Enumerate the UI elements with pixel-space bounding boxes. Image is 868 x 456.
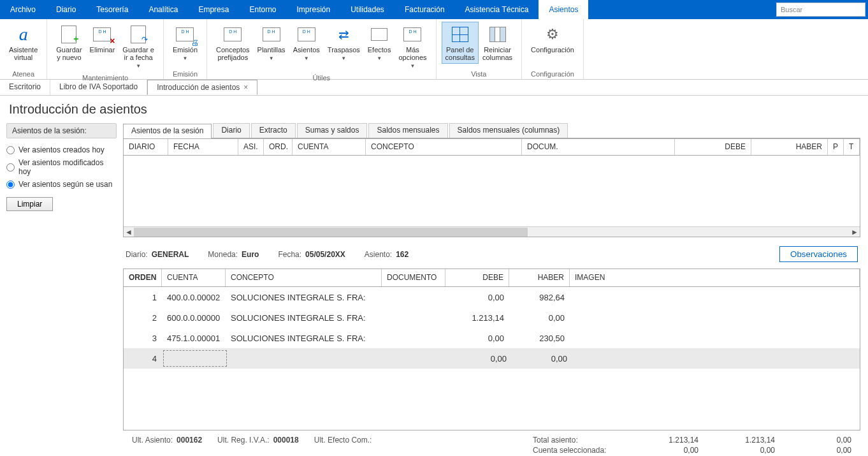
ribbon-group-label: Configuración bbox=[531, 69, 574, 78]
grid1-col-concepto[interactable]: CONCEPTO bbox=[366, 139, 522, 155]
filter-option-0[interactable]: Ver asientos creados hoy bbox=[6, 143, 117, 156]
menu-impresión[interactable]: Impresión bbox=[286, 0, 340, 19]
session-grid-body[interactable] bbox=[124, 156, 860, 226]
filter-radio-1[interactable] bbox=[6, 163, 15, 172]
ribbon-group-label: Atenea bbox=[12, 69, 34, 78]
cell-orden[interactable]: 4 bbox=[124, 351, 162, 366]
fecha-label: Fecha: bbox=[278, 250, 301, 259]
grid1-col-debe[interactable]: DEBE bbox=[675, 139, 751, 155]
scroll-left-icon[interactable]: ◄ bbox=[124, 228, 134, 237]
grid1-col-cuenta[interactable]: CUENTA bbox=[293, 139, 366, 155]
configuracion-label: Configuración bbox=[531, 46, 574, 54]
traspasos-button[interactable]: ⇄Traspasos▼ bbox=[324, 22, 364, 65]
guardar-nuevo-button[interactable]: +Guardary nuevo bbox=[52, 22, 85, 64]
scroll-track[interactable] bbox=[134, 228, 850, 237]
menu-utilidades[interactable]: Utilidades bbox=[340, 0, 394, 19]
table-row[interactable]: 1400.0.0.00002SOLUCIONES INTEGRALE S. FR… bbox=[124, 287, 860, 307]
grid1-col-diario[interactable]: DIARIO bbox=[124, 139, 168, 155]
col-haber[interactable]: HABER bbox=[509, 269, 570, 286]
asientos-button[interactable]: D HAsientos▼ bbox=[289, 22, 324, 65]
menu-tesorería[interactable]: Tesorería bbox=[86, 0, 138, 19]
grid1-col-haber[interactable]: HABER bbox=[751, 139, 828, 155]
cell-documento[interactable] bbox=[384, 356, 448, 361]
col-imagen[interactable]: IMAGEN bbox=[570, 269, 860, 286]
horizontal-scrollbar[interactable]: ◄ ► bbox=[124, 226, 860, 237]
doc-tab-escritorio[interactable]: Escritorio bbox=[0, 80, 50, 95]
plantillas-label: Plantillas▼ bbox=[257, 46, 286, 63]
col-documento[interactable]: DOCUMENTO bbox=[382, 269, 445, 286]
inner-tab-extracto[interactable]: Extracto bbox=[251, 123, 296, 138]
close-icon[interactable]: × bbox=[243, 83, 248, 92]
table-row[interactable]: 3475.1.0.00001SOLUCIONES INTEGRALE S. FR… bbox=[124, 328, 860, 348]
menu-empresa[interactable]: Empresa bbox=[188, 0, 239, 19]
scroll-right-icon[interactable]: ► bbox=[850, 228, 860, 237]
col-cuenta[interactable]: CUENTA bbox=[162, 269, 226, 286]
table-row[interactable]: 2600.0.0.00000SOLUCIONES INTEGRALE S. FR… bbox=[124, 307, 860, 328]
inner-tab-sumas-y-saldos[interactable]: Sumas y saldos bbox=[297, 123, 368, 138]
observaciones-button[interactable]: Observaciones bbox=[779, 246, 858, 262]
menu-archivo[interactable]: Archivo bbox=[0, 0, 46, 19]
asientos-label: Asientos▼ bbox=[293, 46, 320, 63]
asistente-virtual-button[interactable]: aAsistentevirtual bbox=[5, 22, 41, 64]
col-debe[interactable]: DEBE bbox=[445, 269, 509, 286]
inner-tab-saldos-mensuales[interactable]: Saldos mensuales bbox=[368, 123, 447, 138]
efectos-button[interactable]: Efectos▼ bbox=[364, 22, 395, 65]
cell-imagen[interactable] bbox=[572, 356, 860, 361]
ribbon-group-útiles: D HConceptosprefijadosD HPlantillas▼D HA… bbox=[207, 19, 437, 79]
entry-lines-body[interactable]: 1400.0.0.00002SOLUCIONES INTEGRALE S. FR… bbox=[124, 287, 860, 430]
traspasos-icon: ⇄ bbox=[333, 24, 354, 45]
col-concepto[interactable]: CONCEPTO bbox=[226, 269, 382, 286]
mas-opciones-button[interactable]: D HMásopciones▼ bbox=[394, 22, 430, 73]
cell-cuenta[interactable] bbox=[163, 350, 227, 367]
eliminar-button[interactable]: D H×Eliminar bbox=[86, 22, 119, 56]
menu-entorno[interactable]: Entorno bbox=[239, 0, 286, 19]
efectos-label: Efectos▼ bbox=[368, 46, 391, 63]
inner-tabs: Asientos de la sesiónDiarioExtractoSumas… bbox=[123, 123, 860, 138]
filter-radio-2[interactable] bbox=[6, 180, 15, 189]
grid1-col-ord[interactable]: ORD. bbox=[264, 139, 293, 155]
menu-facturación[interactable]: Facturación bbox=[394, 0, 455, 19]
ribbon-group-mantenimiento: +Guardary nuevoD H×Eliminar↷Guardar eir … bbox=[47, 19, 164, 79]
reiniciar-columnas-button[interactable]: Reiniciarcolumnas bbox=[479, 22, 516, 64]
conceptos-prefijados-button[interactable]: D HConceptosprefijados bbox=[212, 22, 254, 64]
cell-haber[interactable]: 0,00 bbox=[512, 351, 572, 366]
clear-button[interactable]: Limpiar bbox=[6, 197, 53, 211]
total-asiento-label: Total asiento: bbox=[533, 436, 622, 445]
col-orden[interactable]: ORDEN bbox=[124, 269, 162, 286]
doc-tab-introducción-de-asientos[interactable]: Introducción de asientos× bbox=[147, 80, 257, 95]
cell-orden: 1 bbox=[124, 290, 162, 305]
configuracion-button[interactable]: ⚙Configuración bbox=[527, 22, 578, 56]
emision-button[interactable]: D H🖨Emisión▼ bbox=[169, 22, 201, 65]
cell-cuenta: 400.0.0.00002 bbox=[162, 290, 226, 305]
filter-radio-0[interactable] bbox=[6, 146, 15, 154]
inner-tab-saldos-mensuales-(columnas)[interactable]: Saldos mensuales (columnas) bbox=[449, 123, 568, 138]
filter-option-2[interactable]: Ver asientos según se usan bbox=[6, 178, 117, 191]
grid1-col-t[interactable]: T bbox=[844, 139, 860, 155]
menu-asientos[interactable]: Asientos bbox=[539, 0, 588, 19]
grid1-col-asi[interactable]: ASI. bbox=[238, 139, 264, 155]
cell-debe[interactable]: 0,00 bbox=[448, 351, 512, 366]
inner-tab-asientos-de-la-sesión[interactable]: Asientos de la sesión bbox=[123, 124, 212, 138]
grid1-col-docum[interactable]: DOCUM. bbox=[522, 139, 675, 155]
ribbon-group-label: Vista bbox=[471, 69, 486, 78]
table-row[interactable]: 40,000,00 bbox=[124, 348, 860, 369]
panel-consultas-button[interactable]: Panel deconsultas bbox=[442, 22, 479, 64]
menu-diario[interactable]: Diario bbox=[46, 0, 86, 19]
grid1-col-p[interactable]: P bbox=[828, 139, 844, 155]
filter-option-1[interactable]: Ver asientos modificados hoy bbox=[6, 156, 117, 178]
cell-orden: 2 bbox=[124, 311, 162, 325]
cell-concepto[interactable] bbox=[228, 356, 384, 361]
menu-analítica[interactable]: Analítica bbox=[138, 0, 188, 19]
ult-asiento-value: 000162 bbox=[177, 436, 202, 455]
filter-label-1: Ver asientos modificados hoy bbox=[18, 158, 117, 176]
grid1-col-fecha[interactable]: FECHA bbox=[168, 139, 238, 155]
plantillas-button[interactable]: D HPlantillas▼ bbox=[254, 22, 289, 65]
guardar-ir-fecha-button[interactable]: ↷Guardar eir a fecha▼ bbox=[119, 22, 158, 73]
panel-consultas-label: Panel deconsultas bbox=[445, 46, 475, 61]
menu-asistencia técnica[interactable]: Asistencia Técnica bbox=[455, 0, 539, 19]
search-input[interactable]: Buscar bbox=[776, 3, 865, 17]
asistente-virtual-label: Asistentevirtual bbox=[9, 46, 38, 61]
scroll-thumb[interactable] bbox=[134, 228, 528, 237]
doc-tab-libro-de-iva-soportado[interactable]: Libro de IVA Soportado bbox=[50, 80, 147, 95]
inner-tab-diario[interactable]: Diario bbox=[213, 123, 249, 138]
